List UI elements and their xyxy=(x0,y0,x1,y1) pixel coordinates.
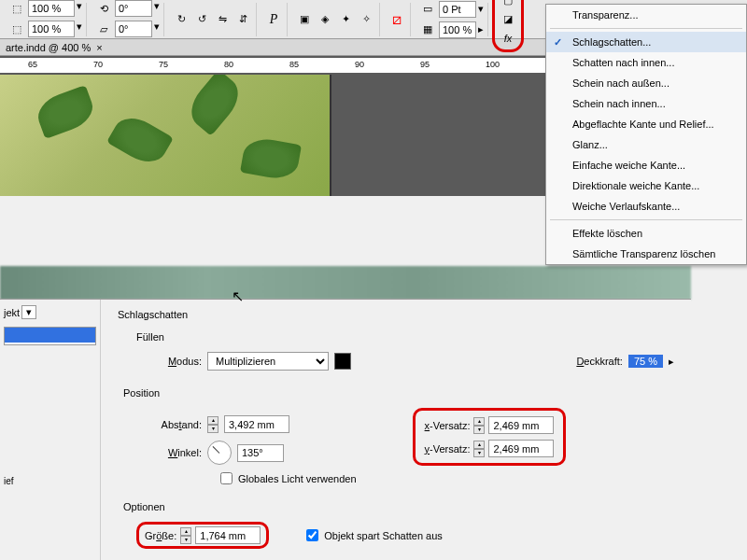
dropdown-icon[interactable]: ▾ xyxy=(77,0,82,19)
dialog-titlebar-blur xyxy=(0,266,691,300)
menu-clear-effects[interactable]: Effekte löschen xyxy=(546,223,746,244)
angle-label: Winkel: xyxy=(146,447,202,458)
zoom2-input[interactable] xyxy=(28,21,75,37)
target-select[interactable]: ▾ xyxy=(21,305,36,319)
opacity-icon[interactable]: ▦ xyxy=(418,21,437,39)
size-spinner[interactable]: ▴▾ xyxy=(180,527,191,544)
dialog-sidebar: jekt ▾ ief hlagschatten eine Effekte) xyxy=(0,300,101,560)
menu-feather-basic[interactable]: Einfache weiche Kante... xyxy=(546,155,746,175)
angle-input[interactable] xyxy=(237,444,284,462)
menu-clear-transparency[interactable]: Sämtliche Transparenz löschen xyxy=(546,244,746,264)
stroke-icon[interactable]: ▭ xyxy=(418,0,437,19)
menu-feather-gradient[interactable]: Weiche Verlaufskante... xyxy=(546,196,746,217)
yoffset-label: y-Versatz: xyxy=(425,443,471,455)
zoom1-input[interactable] xyxy=(28,0,75,17)
rotate-icon[interactable]: ⟲ xyxy=(94,0,113,19)
rotate-cw-icon[interactable]: ↻ xyxy=(172,10,190,29)
menu-outerglow[interactable]: Schein nach außen... xyxy=(546,73,746,93)
paragraph-icon[interactable]: P xyxy=(264,10,283,29)
select-container-icon[interactable]: ▣ xyxy=(295,10,314,29)
dropdown-icon[interactable]: ▾ xyxy=(77,21,82,39)
distance-input[interactable] xyxy=(224,415,289,433)
tool-icon[interactable]: ✦ xyxy=(336,10,355,29)
shadow-color-swatch[interactable] xyxy=(334,353,351,370)
cursor-icon: ↖ xyxy=(232,287,244,305)
effects-list[interactable] xyxy=(4,327,96,345)
shear-icon[interactable]: ▱ xyxy=(94,21,113,39)
size-highlight: Größe: ▴▾ xyxy=(136,522,269,549)
yoffset-input[interactable] xyxy=(488,440,554,457)
offset-highlight: x-Versatz: ▴▾ y-Versatz: ▴▾ xyxy=(413,408,567,466)
menu-bevel[interactable]: Abgeflachte Kante und Relief... xyxy=(546,114,746,134)
dialog-main-panel: Schlagschatten Füllen Modus: Multiplizie… xyxy=(101,300,691,560)
size-input[interactable] xyxy=(195,526,261,544)
quick-apply-icon[interactable]: ▢ xyxy=(499,0,517,10)
fill-section-label: Füllen xyxy=(136,331,674,343)
menu-innerglow[interactable]: Schein nach innen... xyxy=(546,93,746,114)
zoom3-input[interactable] xyxy=(439,21,476,38)
fx-buttons-highlight: ▢ ◪ fx xyxy=(492,0,524,52)
menu-transparency[interactable]: Transparenz... xyxy=(546,5,746,25)
placed-image[interactable] xyxy=(0,75,331,196)
distance-label: Abstand: xyxy=(146,419,202,430)
angle1-input[interactable] xyxy=(115,0,152,17)
menu-innershadow[interactable]: Schatten nach innen... xyxy=(546,52,746,73)
xoffset-input[interactable] xyxy=(488,416,554,434)
no-fill-icon[interactable]: ⧄ xyxy=(388,10,406,29)
stroke-input[interactable] xyxy=(439,1,476,18)
dropdown-icon[interactable]: ▾ xyxy=(478,3,484,15)
side-label: ief xyxy=(4,476,96,486)
xoffset-label: x-Versatz: xyxy=(425,420,471,431)
flip-v-icon[interactable]: ⬚ xyxy=(7,21,26,39)
dropdown-icon[interactable]: ▾ xyxy=(154,0,160,19)
knockout-label: Objekt spart Schatten aus xyxy=(324,530,443,541)
distance-spinner[interactable]: ▴▾ xyxy=(207,416,218,433)
menu-satin[interactable]: Glanz... xyxy=(546,134,746,155)
menu-dropshadow[interactable]: Schlagschatten... xyxy=(546,32,746,52)
select-content-icon[interactable]: ◈ xyxy=(316,10,334,29)
fx-icon[interactable]: fx xyxy=(499,29,517,48)
options-section-label: Optionen xyxy=(123,501,674,512)
angle-dial[interactable] xyxy=(207,441,232,465)
xoffset-spinner[interactable]: ▴▾ xyxy=(473,417,485,434)
position-section-label: Position xyxy=(123,387,674,399)
effects-dialog: jekt ▾ ief hlagschatten eine Effekte) Sc… xyxy=(0,299,691,560)
dropshadow-icon[interactable]: ◪ xyxy=(499,10,517,29)
yoffset-spinner[interactable]: ▴▾ xyxy=(473,441,485,457)
size-label: Größe: xyxy=(145,530,176,541)
rotate-ccw-icon[interactable]: ↺ xyxy=(192,10,211,29)
flip-icon[interactable]: ⇋ xyxy=(213,10,232,29)
opacity-arrow-icon[interactable]: ▸ xyxy=(669,356,674,368)
mode-select[interactable]: Multiplizieren xyxy=(207,352,329,371)
flip-h-icon[interactable]: ⬚ xyxy=(7,0,26,19)
mirror-icon[interactable]: ⇵ xyxy=(233,10,252,29)
global-light-label: Globales Licht verwenden xyxy=(238,473,357,484)
opacity-value[interactable]: 75 % xyxy=(628,355,663,368)
effects-context-menu: Transparenz... Schlagschatten... Schatte… xyxy=(545,4,747,265)
knockout-checkbox[interactable] xyxy=(306,529,318,541)
menu-feather-directional[interactable]: Direktionale weiche Kante... xyxy=(546,175,746,196)
angle2-input[interactable] xyxy=(115,21,152,37)
global-light-checkbox[interactable] xyxy=(220,472,233,484)
list-item-selected[interactable] xyxy=(5,328,95,343)
tool-icon[interactable]: ✧ xyxy=(357,10,375,29)
dialog-title: Schlagschatten xyxy=(118,309,674,320)
target-select-label: jekt xyxy=(4,307,20,318)
dropdown-icon[interactable]: ▾ xyxy=(154,21,160,39)
mode-label: Modus: xyxy=(146,356,202,367)
opacity-label: Deckkraft: xyxy=(576,356,623,367)
